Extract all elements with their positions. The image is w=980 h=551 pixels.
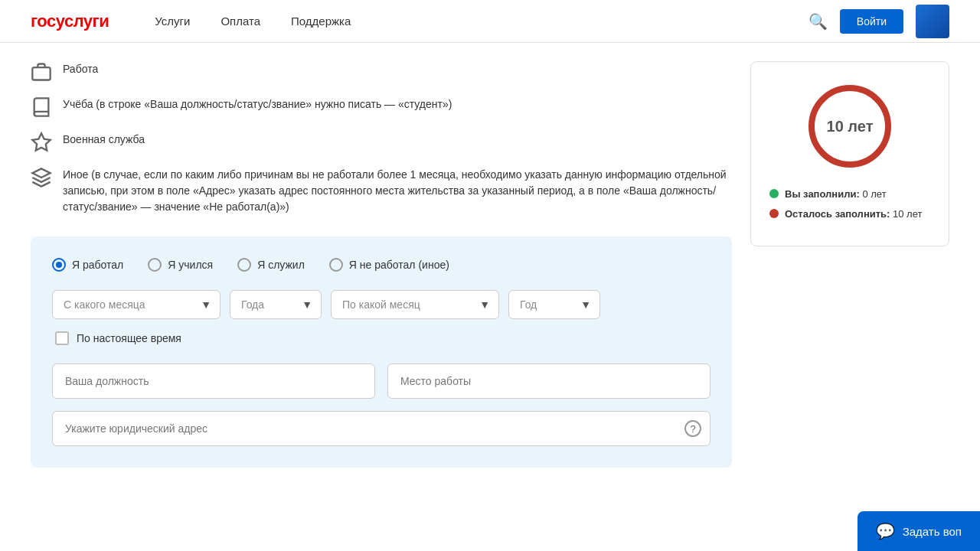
logo: госуслуги <box>31 11 109 31</box>
address-input[interactable] <box>52 411 710 446</box>
dot-filled-icon <box>769 189 779 198</box>
chat-icon: 💬 <box>876 522 895 540</box>
right-sidebar: 10 лет Вы заполнили: 0 лет Осталось запо… <box>750 61 949 468</box>
svg-rect-0 <box>32 67 50 80</box>
position-workplace-row <box>52 364 710 399</box>
info-text-study: Учёба (в строке «Ваша должность/статус/з… <box>63 96 452 112</box>
workplace-input[interactable] <box>387 364 710 399</box>
from-month-select[interactable]: С какого месяца <box>52 290 220 319</box>
svg-marker-1 <box>32 133 50 150</box>
book-icon <box>31 96 52 118</box>
svg-marker-2 <box>32 168 50 178</box>
left-content: Работа Учёба (в строке «Ваша должность/с… <box>31 61 732 468</box>
legend-filled: Вы заполнили: 0 лет <box>769 187 930 201</box>
radio-worked-label: Я работал <box>72 259 123 271</box>
address-help-icon[interactable]: ? <box>684 420 701 437</box>
radio-unemployed-input[interactable] <box>329 258 343 272</box>
present-checkbox[interactable] <box>55 331 69 345</box>
login-button[interactable]: Войти <box>840 9 903 34</box>
radio-group: Я работал Я учился Я служил Я не работал… <box>52 258 710 272</box>
to-month-select[interactable]: По какой месяц <box>331 290 499 319</box>
avatar-button[interactable] <box>916 5 949 38</box>
list-item-work: Работа <box>31 61 732 83</box>
info-list: Работа Учёба (в строке «Ваша должность/с… <box>31 61 732 215</box>
dot-remaining-icon <box>769 209 779 218</box>
radio-studied-input[interactable] <box>148 258 162 272</box>
address-row: ? <box>52 411 710 446</box>
briefcase-icon <box>31 61 52 83</box>
search-icon[interactable]: 🔍 <box>808 12 828 31</box>
chat-button[interactable]: 💬 Задать воп <box>858 511 980 551</box>
from-year-wrapper: Года ▼ <box>230 290 322 319</box>
radio-studied[interactable]: Я учился <box>148 258 213 272</box>
progress-circle: 10 лет <box>804 80 896 172</box>
remaining-label: Осталось заполнить: <box>785 208 890 220</box>
to-year-wrapper: Год ▼ <box>508 290 600 319</box>
chat-label: Задать воп <box>903 525 962 538</box>
info-text-military: Военная служба <box>63 132 145 148</box>
nav-payment[interactable]: Оплата <box>220 15 260 28</box>
date-row: С какого месяца ▼ Года ▼ По какой месяц … <box>52 290 710 319</box>
radio-studied-label: Я учился <box>168 259 213 271</box>
header-right: 🔍 Войти <box>808 5 949 38</box>
legend-remaining: Осталось заполнить: 10 лет <box>769 207 930 221</box>
present-checkbox-label: По настоящее время <box>77 332 181 344</box>
header: госуслуги Услуги Оплата Поддержка 🔍 Войт… <box>0 0 980 43</box>
from-year-select[interactable]: Года <box>230 290 322 319</box>
from-month-wrapper: С какого месяца ▼ <box>52 290 220 319</box>
logo-prefix: гос <box>31 11 56 31</box>
main-nav: Услуги Оплата Поддержка <box>155 15 351 28</box>
progress-label: 10 лет <box>827 118 874 135</box>
filled-label: Вы заполнили: <box>785 188 860 200</box>
layers-icon <box>31 167 52 188</box>
list-item-other: Иное (в случае, если по каким либо причи… <box>31 167 732 215</box>
star-icon <box>31 132 52 153</box>
to-year-select[interactable]: Год <box>508 290 600 319</box>
position-input[interactable] <box>52 364 375 399</box>
logo-suffix: услуги <box>56 11 109 31</box>
nav-services[interactable]: Услуги <box>155 15 190 28</box>
nav-support[interactable]: Поддержка <box>291 15 351 28</box>
radio-worked-input[interactable] <box>52 258 66 272</box>
info-text-work: Работа <box>63 61 98 77</box>
radio-served-input[interactable] <box>237 258 251 272</box>
progress-card: 10 лет Вы заполнили: 0 лет Осталось запо… <box>750 61 949 246</box>
filled-value: 0 лет <box>862 188 886 200</box>
radio-unemployed[interactable]: Я не работал (иное) <box>329 258 449 272</box>
list-item-military: Военная служба <box>31 132 732 153</box>
progress-legend: Вы заполнили: 0 лет Осталось заполнить: … <box>769 187 930 227</box>
present-checkbox-row: По настоящее время <box>55 331 710 345</box>
info-text-other: Иное (в случае, если по каким либо причи… <box>63 167 732 215</box>
list-item-study: Учёба (в строке «Ваша должность/статус/з… <box>31 96 732 118</box>
radio-worked[interactable]: Я работал <box>52 258 123 272</box>
radio-served-label: Я служил <box>257 259 305 271</box>
radio-served[interactable]: Я служил <box>237 258 305 272</box>
form-panel: Я работал Я учился Я служил Я не работал… <box>31 236 732 468</box>
to-month-wrapper: По какой месяц ▼ <box>331 290 499 319</box>
remaining-value: 10 лет <box>893 208 922 220</box>
radio-unemployed-label: Я не работал (иное) <box>349 259 449 271</box>
main-content: Работа Учёба (в строке «Ваша должность/с… <box>0 43 980 486</box>
